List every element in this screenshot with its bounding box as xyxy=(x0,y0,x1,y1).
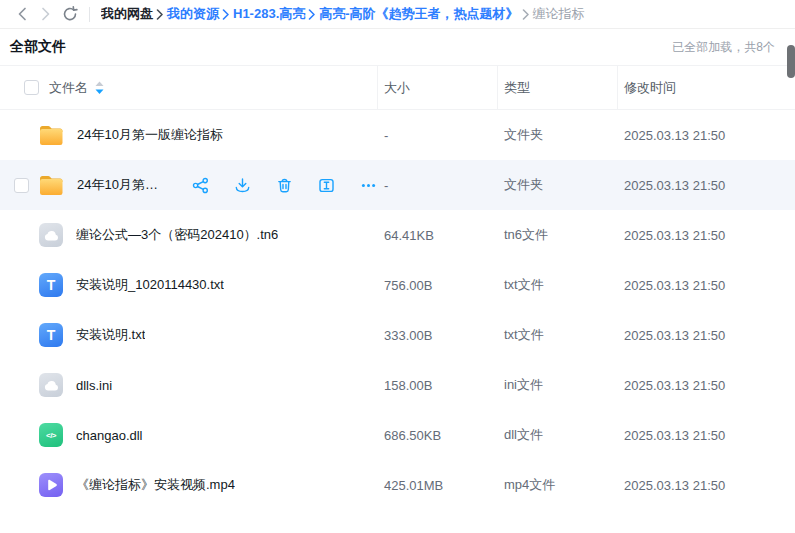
unknown-file-icon xyxy=(39,223,63,247)
file-name[interactable]: changao.dll xyxy=(76,428,143,443)
mp4-file-icon xyxy=(39,473,63,497)
file-row[interactable]: T 安装说明.txt 333.00B txt文件 2025.03.13 21:5… xyxy=(0,310,795,360)
column-header-type: 类型 xyxy=(497,66,617,109)
file-modified: 2025.03.13 21:50 xyxy=(617,428,795,443)
file-type: 文件夹 xyxy=(497,176,617,194)
unknown-file-icon xyxy=(39,373,63,397)
dll-file-icon: </> xyxy=(39,423,63,447)
file-type: txt文件 xyxy=(497,326,617,344)
file-modified: 2025.03.13 21:50 xyxy=(617,228,795,243)
breadcrumb-item[interactable]: H1-283.高亮 xyxy=(233,5,305,23)
load-status: 已全部加载，共8个 xyxy=(672,39,775,56)
file-size: 756.00B xyxy=(377,278,497,293)
file-row[interactable]: T 安装说明_1020114430.txt 756.00B txt文件 2025… xyxy=(0,260,795,310)
back-button[interactable] xyxy=(10,2,34,26)
rename-button[interactable] xyxy=(318,177,335,194)
breadcrumb-item[interactable]: 高亮-高阶《趋势王者，热点题材》 xyxy=(319,5,518,23)
chevron-left-icon xyxy=(17,7,27,21)
file-type: dll文件 xyxy=(497,426,617,444)
breadcrumb-separator-icon xyxy=(222,9,230,20)
chevron-right-icon xyxy=(41,7,51,21)
txt-file-icon: T xyxy=(39,273,63,297)
file-modified: 2025.03.13 21:50 xyxy=(617,128,795,143)
file-row[interactable]: </> changao.dll 686.50KB dll文件 2025.03.1… xyxy=(0,410,795,460)
refresh-icon xyxy=(62,6,78,22)
breadcrumb-separator-icon xyxy=(308,9,316,20)
share-button[interactable] xyxy=(192,177,209,194)
column-header-modified: 修改时间 xyxy=(617,66,795,109)
file-type: mp4文件 xyxy=(497,476,617,494)
forward-button[interactable] xyxy=(34,2,58,26)
file-row[interactable]: 24年10月第二版缠论指标 - 文件夹 2025.03.13 21:50 xyxy=(0,160,795,210)
file-modified: 2025.03.13 21:50 xyxy=(617,178,795,193)
column-header-name[interactable]: 文件名 xyxy=(49,79,88,97)
file-size: - xyxy=(377,128,497,143)
file-name[interactable]: dlls.ini xyxy=(76,378,112,393)
more-button[interactable] xyxy=(360,177,377,194)
breadcrumb-item[interactable]: 我的资源 xyxy=(167,5,219,23)
file-manager-window: 我的网盘我的资源H1-283.高亮高亮-高阶《趋势王者，热点题材》缠论指标 全部… xyxy=(0,0,795,510)
scrollbar-thumb[interactable] xyxy=(787,45,795,78)
file-row[interactable]: 缠论公式—3个（密码202410）.tn6 64.41KB tn6文件 2025… xyxy=(0,210,795,260)
file-modified: 2025.03.13 21:50 xyxy=(617,278,795,293)
file-size: 64.41KB xyxy=(377,228,497,243)
txt-file-icon: T xyxy=(39,323,63,347)
file-name[interactable]: 安装说明.txt xyxy=(76,326,145,344)
file-list: 24年10月第一版缠论指标 - 文件夹 2025.03.13 21:50 24年… xyxy=(0,110,795,510)
breadcrumb: 我的网盘我的资源H1-283.高亮高亮-高阶《趋势王者，热点题材》缠论指标 xyxy=(101,5,585,23)
column-header-type-label: 类型 xyxy=(504,79,530,97)
select-all-checkbox[interactable] xyxy=(24,80,39,95)
folder-file-icon xyxy=(39,123,64,147)
file-size: 686.50KB xyxy=(377,428,497,443)
column-header-modified-label: 修改时间 xyxy=(624,79,676,97)
row-checkbox[interactable] xyxy=(14,178,29,193)
folder-file-icon xyxy=(39,173,64,197)
file-name[interactable]: 缠论公式—3个（密码202410）.tn6 xyxy=(76,226,278,244)
file-name[interactable]: 24年10月第二版缠论指标 xyxy=(77,176,166,194)
breadcrumb-separator-icon xyxy=(522,9,530,20)
breadcrumb-separator-icon xyxy=(156,9,164,20)
file-size: 158.00B xyxy=(377,378,497,393)
row-actions xyxy=(192,177,377,194)
toolbar-divider xyxy=(89,7,90,22)
delete-button[interactable] xyxy=(276,177,293,194)
file-type: tn6文件 xyxy=(497,226,617,244)
file-name[interactable]: 安装说明_1020114430.txt xyxy=(76,276,224,294)
file-modified: 2025.03.13 21:50 xyxy=(617,328,795,343)
file-type: txt文件 xyxy=(497,276,617,294)
file-modified: 2025.03.13 21:50 xyxy=(617,478,795,493)
download-button[interactable] xyxy=(234,177,251,194)
sort-icon[interactable] xyxy=(95,81,104,95)
file-size: - xyxy=(377,178,497,193)
section-header: 全部文件 已全部加载，共8个 xyxy=(0,29,795,66)
navigation-bar: 我的网盘我的资源H1-283.高亮高亮-高阶《趋势王者，热点题材》缠论指标 xyxy=(0,0,795,29)
file-row[interactable]: 《缠论指标》安装视频.mp4 425.01MB mp4文件 2025.03.13… xyxy=(0,460,795,510)
file-type: 文件夹 xyxy=(497,126,617,144)
file-type: ini文件 xyxy=(497,376,617,394)
file-name[interactable]: 24年10月第一版缠论指标 xyxy=(77,126,223,144)
breadcrumb-item[interactable]: 我的网盘 xyxy=(101,5,153,23)
table-header: 文件名 大小 类型 修改时间 xyxy=(0,66,795,110)
file-row[interactable]: 24年10月第一版缠论指标 - 文件夹 2025.03.13 21:50 xyxy=(0,110,795,160)
file-row[interactable]: dlls.ini 158.00B ini文件 2025.03.13 21:50 xyxy=(0,360,795,410)
column-header-size-label: 大小 xyxy=(384,79,410,97)
refresh-button[interactable] xyxy=(58,2,82,26)
file-size: 425.01MB xyxy=(377,478,497,493)
breadcrumb-item: 缠论指标 xyxy=(533,5,585,23)
file-modified: 2025.03.13 21:50 xyxy=(617,378,795,393)
column-header-size: 大小 xyxy=(377,66,497,109)
file-name[interactable]: 《缠论指标》安装视频.mp4 xyxy=(76,476,235,494)
file-size: 333.00B xyxy=(377,328,497,343)
page-title: 全部文件 xyxy=(10,38,66,56)
